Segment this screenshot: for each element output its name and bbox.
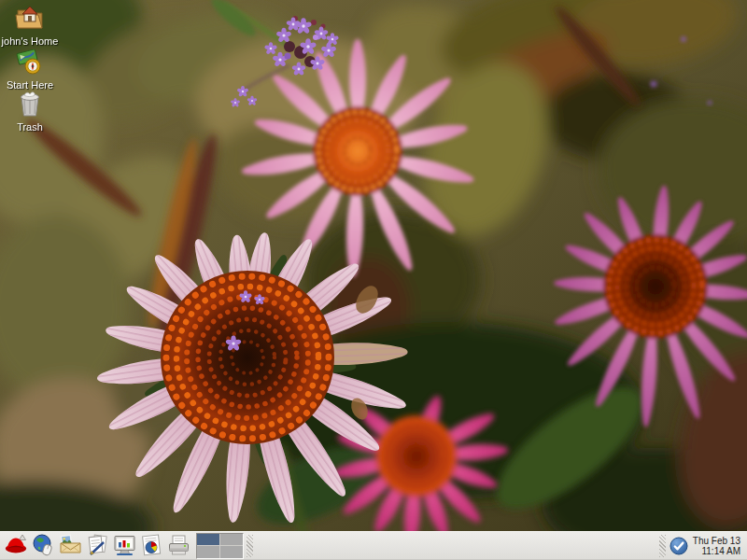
red-hat-icon	[4, 533, 29, 558]
desktop-icon-label: john's Home	[2, 35, 59, 47]
workspace-3[interactable]	[197, 546, 219, 558]
panel-drag-handle[interactable]	[659, 535, 666, 557]
spreadsheet-pie-icon	[139, 533, 164, 558]
email-button[interactable]	[58, 533, 83, 558]
workspace-1[interactable]	[197, 534, 219, 546]
workspace-4[interactable]	[220, 546, 243, 558]
word-processor-button[interactable]	[85, 533, 110, 558]
web-browser-button[interactable]	[31, 533, 56, 558]
start-here-icon	[14, 49, 46, 76]
desktop-icon-johns-home[interactable]: john's Home	[0, 4, 60, 49]
clock-time: 11:14 AM	[693, 546, 740, 556]
panel-drag-handle[interactable]	[247, 535, 253, 557]
printer-button[interactable]	[166, 533, 191, 558]
clock[interactable]: Thu Feb 13 11:14 AM	[689, 536, 747, 556]
main-menu-button[interactable]	[4, 533, 29, 558]
taskbar-panel: Thu Feb 13 11:14 AM	[0, 531, 747, 560]
workspace-switcher[interactable]	[196, 533, 244, 559]
trash-icon	[15, 90, 45, 118]
spreadsheet-button[interactable]	[139, 533, 164, 558]
printer-icon	[166, 533, 191, 558]
desktop-icon-label: Trash	[17, 121, 43, 133]
presentation-icon	[112, 533, 137, 558]
email-icon	[58, 533, 83, 558]
desktop[interactable]: john's Home Start Here Trash	[0, 0, 747, 560]
word-processor-icon	[85, 533, 110, 558]
update-check-icon	[669, 536, 689, 556]
clock-date: Thu Feb 13	[693, 536, 740, 546]
wallpaper-image	[0, 0, 747, 560]
home-folder-icon	[14, 4, 46, 32]
workspace-2[interactable]	[220, 534, 243, 546]
panel-launchers	[0, 533, 191, 558]
desktop-icon-start-here[interactable]: Start Here	[0, 49, 60, 92]
web-browser-globe-icon	[31, 533, 56, 558]
desktop-icon-trash[interactable]: Trash	[0, 90, 60, 134]
update-notifier-icon[interactable]	[669, 536, 689, 556]
presentation-button[interactable]	[112, 533, 137, 558]
